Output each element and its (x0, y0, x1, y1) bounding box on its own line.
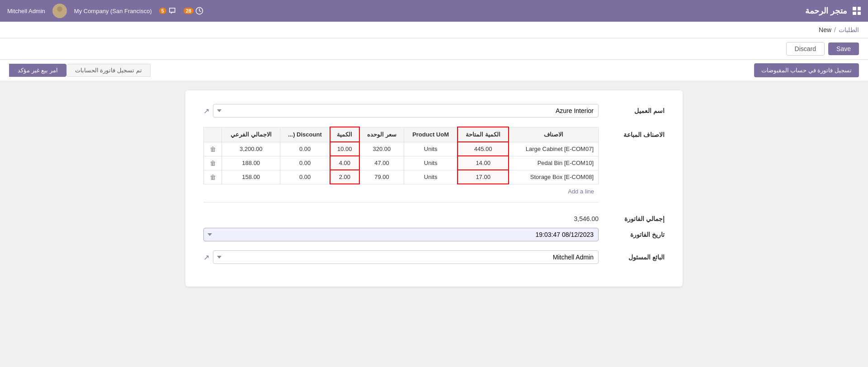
cell-subtotal[interactable]: 188.00 (222, 156, 280, 170)
cell-product[interactable]: [E-COM07] Large Cabinet (509, 142, 598, 156)
delete-icon[interactable]: 🗑 (210, 160, 216, 167)
save-button[interactable]: Save (828, 42, 859, 55)
cell-subtotal[interactable]: 158.00 (222, 170, 280, 184)
salesperson-select[interactable]: Mitchell Admin (213, 250, 599, 264)
salesperson-row: البائع المسئول Mitchell Admin ↗ (203, 250, 665, 264)
date-input-wrap: 08/12/2023 19:03:47 (203, 228, 599, 241)
items-row: الاصناف المباعة الاصناف الكمية المتاحة P… (203, 127, 665, 206)
cell-product[interactable]: [E-COM10] Pedal Bin (509, 156, 598, 170)
clock-icon (195, 7, 203, 15)
cell-discount[interactable]: 0.00 (280, 156, 330, 170)
cell-discount[interactable]: 0.00 (280, 142, 330, 156)
customer-input-wrap: Azure Interior ↗ (203, 104, 599, 118)
company-name: My Company (San Francisco) (74, 8, 152, 14)
updates-badge-wrap[interactable]: 28 (184, 7, 203, 15)
col-header-subtotal: الاجمالي الفرعي (222, 127, 280, 142)
cell-uom[interactable]: Units (404, 142, 458, 156)
status-bar: تسجيل فاتورة في حساب المقبوضات تم تسجيل … (0, 60, 868, 81)
cell-available-qty[interactable]: 17.00 (458, 170, 509, 184)
breadcrumb-parent[interactable]: الطلبات (839, 26, 859, 33)
items-label: الاصناف المباعة (606, 127, 665, 138)
tab-invoice-registered[interactable]: تم تسجيل فاتورة الحسابات (66, 64, 151, 77)
date-select[interactable]: 08/12/2023 19:03:47 (203, 228, 599, 241)
user-name: Mitchell Admin (7, 8, 45, 14)
svg-point-1 (57, 6, 62, 12)
action-bar: Save Discard (0, 38, 868, 60)
total-row: إجمالي الفاتورة 3,546.00 (203, 215, 665, 222)
salesperson-label: البائع المسئول (606, 254, 665, 261)
add-line-button[interactable]: Add a line (563, 184, 599, 198)
cell-product[interactable]: [E-COM08] Storage Box (509, 170, 598, 184)
col-header-product: الاصناف (509, 127, 598, 142)
messages-badge-wrap[interactable]: 5 (159, 7, 176, 15)
col-header-qty: الكمية (330, 127, 359, 142)
col-header-uom: Product UoM (404, 127, 458, 142)
date-row: تاريخ الفاتورة 08/12/2023 19:03:47 (203, 228, 665, 241)
cell-subtotal[interactable]: 3,200.00 (222, 142, 280, 156)
col-header-unit-price: سعر الوحده (359, 127, 404, 142)
breadcrumb: الطلبات / New (0, 22, 868, 38)
discard-button[interactable]: Discard (786, 42, 825, 56)
col-header-discount: Discount (... (280, 127, 330, 142)
cell-delete[interactable]: 🗑 (204, 142, 222, 156)
chat-icon (168, 7, 176, 15)
cell-delete[interactable]: 🗑 (204, 170, 222, 184)
cell-qty[interactable]: 4.00 (330, 156, 359, 170)
brand-name: متجر الرحمة (805, 6, 847, 16)
cell-unit-price[interactable]: 47.00 (359, 156, 404, 170)
nav-left: متجر الرحمة (805, 6, 861, 16)
items-table-wrap: الاصناف الكمية المتاحة Product UoM سعر ا… (203, 127, 599, 206)
salesperson-external-link[interactable]: ↗ (203, 253, 209, 262)
table-row: [E-COM07] Large Cabinet445.00Units320.00… (204, 142, 599, 156)
customer-select[interactable]: Azure Interior (213, 104, 599, 118)
breadcrumb-separator: / (834, 26, 836, 33)
cell-discount[interactable]: 0.00 (280, 170, 330, 184)
col-header-actions (204, 127, 222, 142)
main-content: اسم العميل Azure Interior ↗ الاصناف المب… (0, 81, 868, 296)
nav-right: 28 5 My Company (San Francisco) Mitchell… (7, 4, 203, 18)
total-label: إجمالي الفاتورة (606, 215, 665, 222)
cell-unit-price[interactable]: 79.00 (359, 170, 404, 184)
table-row: [E-COM10] Pedal Bin14.00Units47.004.000.… (204, 156, 599, 170)
cell-uom[interactable]: Units (404, 156, 458, 170)
apps-icon[interactable] (853, 7, 861, 15)
breadcrumb-current: New (819, 26, 831, 33)
register-invoice-button[interactable]: تسجيل فاتورة في حساب المقبوضات (754, 63, 859, 77)
cell-qty[interactable]: 10.00 (330, 142, 359, 156)
updates-count: 28 (184, 8, 193, 14)
customer-external-link[interactable]: ↗ (203, 107, 209, 115)
cell-qty[interactable]: 2.00 (330, 170, 359, 184)
cell-available-qty[interactable]: 14.00 (458, 156, 509, 170)
total-value: 3,546.00 (574, 215, 599, 222)
tab-unconfirmed-sale[interactable]: امر بيع غير مؤكد (9, 64, 66, 77)
form-card: اسم العميل Azure Interior ↗ الاصناف المب… (185, 90, 683, 287)
delete-icon[interactable]: 🗑 (210, 146, 216, 153)
cell-available-qty[interactable]: 445.00 (458, 142, 509, 156)
status-tabs: تم تسجيل فاتورة الحسابات امر بيع غير مؤك… (9, 64, 151, 77)
top-navigation: متجر الرحمة 28 5 My Company (San Francis… (0, 0, 868, 22)
svg-point-2 (55, 12, 64, 18)
items-table: الاصناف الكمية المتاحة Product UoM سعر ا… (203, 127, 599, 184)
salesperson-input-wrap: Mitchell Admin ↗ (203, 250, 599, 264)
cell-unit-price[interactable]: 320.00 (359, 142, 404, 156)
customer-row: اسم العميل Azure Interior ↗ (203, 104, 665, 118)
avatar-image (52, 4, 67, 18)
cell-delete[interactable]: 🗑 (204, 156, 222, 170)
avatar[interactable] (52, 4, 67, 18)
messages-count: 5 (159, 8, 166, 14)
table-row: [E-COM08] Storage Box17.00Units79.002.00… (204, 170, 599, 184)
customer-label: اسم العميل (606, 107, 665, 114)
delete-icon[interactable]: 🗑 (210, 174, 216, 181)
col-header-available-qty: الكمية المتاحة (458, 127, 509, 142)
cell-uom[interactable]: Units (404, 170, 458, 184)
date-label: تاريخ الفاتورة (606, 231, 665, 238)
